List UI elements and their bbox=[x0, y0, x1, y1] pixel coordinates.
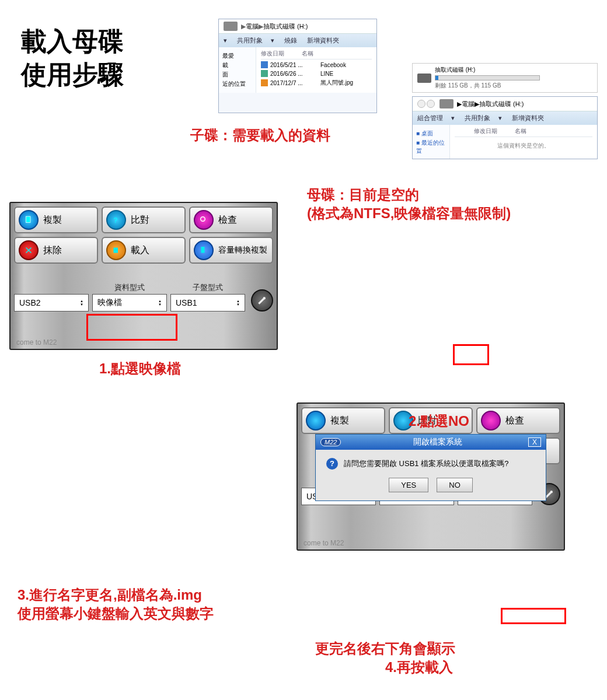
compare-icon: ? bbox=[106, 210, 126, 230]
check-icon bbox=[194, 210, 214, 230]
step1-label: 1.點選映像檔 bbox=[99, 359, 181, 378]
explorer-child: ▶ 電腦 ▶ 抽取式磁碟 (H:) ▾ 共用對象▾ 燒錄 新增資料夾 最愛 載 … bbox=[218, 19, 377, 113]
dialog-badge: M22 bbox=[320, 438, 341, 446]
drive-label: 抽取式磁碟 (H:) bbox=[435, 66, 540, 74]
file-row: 2016/5/21 ...Facebook bbox=[261, 61, 372, 68]
file-row: 2017/12/7 ...黑人問號.jpg bbox=[261, 79, 372, 87]
drive-icon bbox=[417, 74, 431, 83]
drive-icon bbox=[439, 99, 453, 108]
highlight-step2 bbox=[453, 344, 489, 365]
explorer-toolbar[interactable]: ▾ 共用對象▾ 燒錄 新增資料夾 bbox=[219, 34, 376, 47]
step2-label: 2.點選NO bbox=[409, 412, 469, 430]
close-button[interactable]: X bbox=[528, 438, 541, 447]
compare-button[interactable]: ?比對 bbox=[102, 206, 186, 233]
watermark: come to M22 bbox=[16, 338, 57, 346]
disktype-label: 子盤型式 bbox=[170, 282, 245, 293]
copy-button[interactable]: 複製 bbox=[14, 206, 98, 233]
check-button[interactable]: 檢查 bbox=[476, 407, 560, 434]
copy-icon bbox=[306, 411, 326, 430]
drive-icon bbox=[224, 22, 238, 31]
step4a-label: 更完名後右下角會顯示 bbox=[315, 639, 455, 658]
child-disk-label: 子碟：需要載入的資料 bbox=[190, 126, 330, 145]
copy-button[interactable]: 複製 bbox=[301, 407, 385, 434]
svg-rect-4 bbox=[201, 247, 205, 253]
path-computer: 電腦 bbox=[246, 22, 259, 31]
highlight-step4 bbox=[501, 608, 566, 624]
dialog-title: 開啟檔案系統 bbox=[347, 437, 528, 447]
watermark: come to M22 bbox=[304, 539, 344, 547]
disktype-select[interactable]: USB1▲▼ bbox=[170, 294, 245, 312]
erase-button[interactable]: 抹除 bbox=[14, 237, 98, 264]
path-drive: 抽取式磁碟 (H:) bbox=[263, 22, 308, 31]
mother-label-2: (格式為NTFS,映像檔容量無限制) bbox=[307, 204, 511, 223]
page-title: 載入母碟 使用步驟 bbox=[21, 24, 124, 91]
step3b-label: 使用螢幕小鍵盤輸入英文與數字 bbox=[18, 604, 214, 623]
settings-button[interactable] bbox=[251, 289, 273, 312]
svg-text:?: ? bbox=[114, 216, 118, 225]
explorer-mother: 抽取式磁碟 (H:) 剩餘 115 GB，共 115 GB ▶ 電腦 ▶ 抽取式… bbox=[412, 63, 598, 159]
check-button[interactable]: 檢查 bbox=[189, 206, 273, 233]
drive-space: 剩餘 115 GB，共 115 GB bbox=[435, 82, 540, 90]
load-button[interactable]: 載入 bbox=[102, 237, 186, 264]
copy-icon bbox=[19, 210, 39, 230]
svg-rect-3 bbox=[114, 248, 118, 253]
mother-label-1: 母碟：目前是空的 bbox=[307, 186, 419, 204]
check-icon bbox=[481, 411, 501, 430]
load-icon bbox=[106, 240, 126, 260]
open-dialog: M22 開啟檔案系統 X ?請問您需要開啟 USB1 檔案系統以便選取檔案嗎? … bbox=[315, 434, 546, 501]
svg-point-2 bbox=[201, 217, 205, 222]
highlight-step1 bbox=[86, 314, 177, 341]
datatype-select[interactable]: 映像檔▲▼ bbox=[92, 294, 167, 312]
empty-folder-text: 這個資料夾是空的。 bbox=[455, 142, 592, 150]
yes-button[interactable]: YES bbox=[389, 478, 428, 492]
capacity-icon bbox=[194, 240, 214, 260]
position-select[interactable]: USB2▲▼ bbox=[14, 294, 89, 312]
no-button[interactable]: NO bbox=[437, 478, 473, 492]
step4b-label: 4.再按載入 bbox=[385, 658, 453, 677]
capacity-button[interactable]: 容量轉換複製 bbox=[189, 237, 273, 264]
erase-icon bbox=[19, 240, 39, 260]
explorer-sidebar: 最愛 載 面 近的位置 bbox=[219, 47, 256, 93]
step3a-label: 3.進行名字更名,副檔名為.img bbox=[18, 586, 202, 604]
file-row: 2016/6/26 ...LINE bbox=[261, 70, 372, 77]
svg-rect-0 bbox=[26, 216, 31, 223]
question-icon: ? bbox=[326, 458, 338, 470]
dialog-message: 請問您需要開啟 USB1 檔案系統以便選取檔案嗎? bbox=[344, 459, 508, 468]
datatype-label: 資料型式 bbox=[92, 282, 167, 293]
